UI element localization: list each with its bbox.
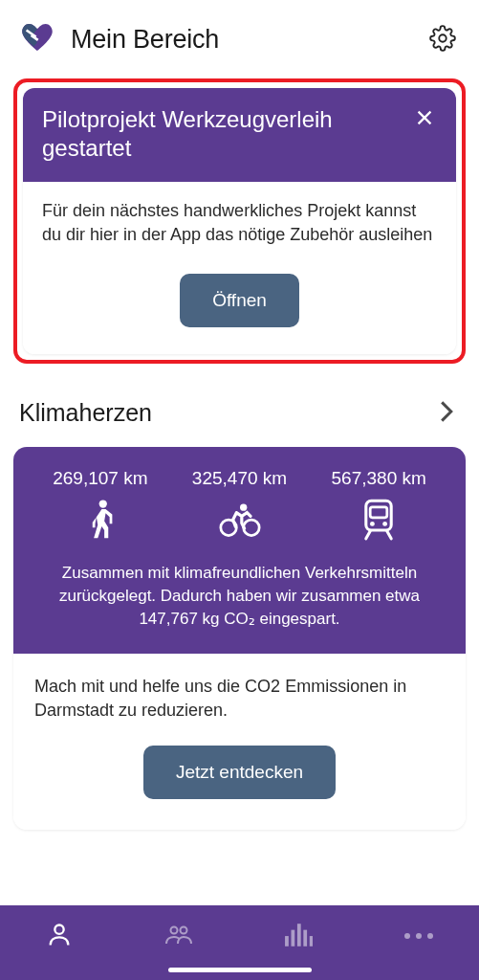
svg-point-12 <box>171 926 178 933</box>
tab-profile[interactable] <box>26 912 93 961</box>
highlighted-notice-frame: Pilotprojekt Werkzeugverleih gestartet F… <box>13 78 466 364</box>
tab-stats[interactable] <box>265 912 332 961</box>
notice-body-text: Für dein nächstes handwerkliches Projekt… <box>42 199 437 247</box>
klima-card: 269,107 km 325,470 km <box>13 447 466 830</box>
notice-card-header: Pilotprojekt Werkzeugverleih gestartet <box>23 88 456 182</box>
people-icon <box>164 937 193 951</box>
svg-rect-14 <box>285 936 289 947</box>
chevron-right-icon <box>439 412 454 426</box>
klima-card-bottom: Mach mit und helfe uns die CO2 Emmission… <box>13 654 466 830</box>
svg-rect-8 <box>370 507 387 518</box>
tab-more[interactable] <box>384 920 453 953</box>
header-left: Mein Bereich <box>17 17 219 61</box>
svg-rect-15 <box>291 929 294 946</box>
notice-card-body: Für dein nächstes handwerkliches Projekt… <box>23 182 456 354</box>
stats-row: 269,107 km 325,470 km <box>31 468 448 545</box>
tab-bar <box>0 905 479 980</box>
section-title: Klimaherzen <box>19 399 152 427</box>
settings-button[interactable] <box>425 21 460 58</box>
stat-bike-value: 325,470 km <box>170 468 310 489</box>
svg-point-6 <box>240 504 247 511</box>
stat-walk: 269,107 km <box>31 468 170 545</box>
stat-train: 567,380 km <box>309 468 448 545</box>
walk-icon <box>83 527 118 544</box>
app-logo-icon <box>17 17 57 61</box>
close-icon <box>414 117 435 131</box>
notice-close-button[interactable] <box>412 105 437 133</box>
svg-point-21 <box>427 933 433 939</box>
notice-card: Pilotprojekt Werkzeugverleih gestartet F… <box>23 88 456 354</box>
svg-point-13 <box>181 926 187 933</box>
section-header[interactable]: Klimaherzen <box>13 383 466 447</box>
svg-point-9 <box>370 522 375 526</box>
svg-point-3 <box>98 501 106 508</box>
stat-train-value: 567,380 km <box>309 468 448 489</box>
more-icon <box>403 929 434 944</box>
svg-point-5 <box>243 520 258 536</box>
svg-point-11 <box>55 924 64 933</box>
stat-bike: 325,470 km <box>170 468 310 545</box>
klima-stats-panel: 269,107 km 325,470 km <box>13 447 466 653</box>
svg-point-19 <box>404 933 410 939</box>
svg-point-10 <box>382 522 387 526</box>
svg-point-20 <box>416 933 422 939</box>
svg-rect-17 <box>303 929 307 946</box>
app-header: Mein Bereich <box>0 0 479 78</box>
svg-rect-18 <box>310 936 313 947</box>
klima-discover-button[interactable]: Jetzt entdecken <box>143 746 336 799</box>
section-chevron-button[interactable] <box>435 396 458 430</box>
notice-title: Pilotprojekt Werkzeugverleih gestartet <box>42 105 401 163</box>
svg-point-2 <box>439 34 446 41</box>
home-indicator[interactable] <box>168 968 312 972</box>
bars-icon <box>284 937 313 951</box>
notice-open-button[interactable]: Öffnen <box>180 274 299 327</box>
person-icon <box>45 937 74 951</box>
train-icon <box>359 527 398 544</box>
page-title: Mein Bereich <box>71 25 219 55</box>
klima-description: Zusammen mit klimafreundlichen Verkehrsm… <box>31 562 448 630</box>
bike-icon <box>219 527 261 544</box>
gear-icon <box>429 40 456 55</box>
klima-bottom-text: Mach mit und helfe uns die CO2 Emmission… <box>34 675 445 723</box>
svg-rect-16 <box>297 924 301 947</box>
tab-community[interactable] <box>145 912 212 961</box>
stat-walk-value: 269,107 km <box>31 468 170 489</box>
